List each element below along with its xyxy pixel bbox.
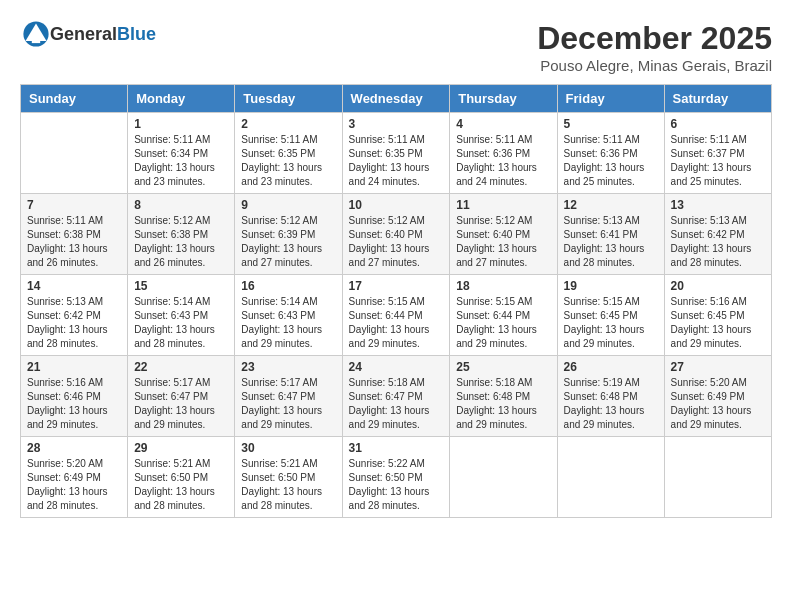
calendar-cell: 3Sunrise: 5:11 AM Sunset: 6:35 PM Daylig…: [342, 113, 450, 194]
month-title: December 2025: [537, 20, 772, 57]
day-info: Sunrise: 5:13 AM Sunset: 6:41 PM Dayligh…: [564, 214, 658, 270]
day-info: Sunrise: 5:16 AM Sunset: 6:46 PM Dayligh…: [27, 376, 121, 432]
day-info: Sunrise: 5:18 AM Sunset: 6:47 PM Dayligh…: [349, 376, 444, 432]
calendar-cell: 28Sunrise: 5:20 AM Sunset: 6:49 PM Dayli…: [21, 437, 128, 518]
day-info: Sunrise: 5:16 AM Sunset: 6:45 PM Dayligh…: [671, 295, 765, 351]
calendar-cell: 7Sunrise: 5:11 AM Sunset: 6:38 PM Daylig…: [21, 194, 128, 275]
day-number: 8: [134, 198, 228, 212]
weekday-header-wednesday: Wednesday: [342, 85, 450, 113]
day-number: 4: [456, 117, 550, 131]
calendar-cell: 9Sunrise: 5:12 AM Sunset: 6:39 PM Daylig…: [235, 194, 342, 275]
weekday-header-saturday: Saturday: [664, 85, 771, 113]
calendar-cell: 11Sunrise: 5:12 AM Sunset: 6:40 PM Dayli…: [450, 194, 557, 275]
svg-rect-2: [32, 40, 40, 44]
weekday-header-thursday: Thursday: [450, 85, 557, 113]
title-block: December 2025 Pouso Alegre, Minas Gerais…: [537, 20, 772, 74]
day-number: 21: [27, 360, 121, 374]
calendar-cell: 14Sunrise: 5:13 AM Sunset: 6:42 PM Dayli…: [21, 275, 128, 356]
day-number: 3: [349, 117, 444, 131]
day-info: Sunrise: 5:11 AM Sunset: 6:37 PM Dayligh…: [671, 133, 765, 189]
day-number: 12: [564, 198, 658, 212]
day-info: Sunrise: 5:20 AM Sunset: 6:49 PM Dayligh…: [671, 376, 765, 432]
calendar-cell: 19Sunrise: 5:15 AM Sunset: 6:45 PM Dayli…: [557, 275, 664, 356]
day-number: 13: [671, 198, 765, 212]
day-number: 11: [456, 198, 550, 212]
day-number: 31: [349, 441, 444, 455]
page-header: GeneralBlue December 2025 Pouso Alegre, …: [20, 20, 772, 74]
calendar-cell: 12Sunrise: 5:13 AM Sunset: 6:41 PM Dayli…: [557, 194, 664, 275]
calendar-cell: 1Sunrise: 5:11 AM Sunset: 6:34 PM Daylig…: [128, 113, 235, 194]
logo-blue: Blue: [117, 24, 156, 44]
weekday-header-tuesday: Tuesday: [235, 85, 342, 113]
day-info: Sunrise: 5:13 AM Sunset: 6:42 PM Dayligh…: [27, 295, 121, 351]
logo-icon: [22, 20, 50, 48]
day-info: Sunrise: 5:11 AM Sunset: 6:36 PM Dayligh…: [564, 133, 658, 189]
calendar-cell: 25Sunrise: 5:18 AM Sunset: 6:48 PM Dayli…: [450, 356, 557, 437]
day-info: Sunrise: 5:15 AM Sunset: 6:45 PM Dayligh…: [564, 295, 658, 351]
calendar-cell: 27Sunrise: 5:20 AM Sunset: 6:49 PM Dayli…: [664, 356, 771, 437]
day-info: Sunrise: 5:17 AM Sunset: 6:47 PM Dayligh…: [134, 376, 228, 432]
calendar-cell: 24Sunrise: 5:18 AM Sunset: 6:47 PM Dayli…: [342, 356, 450, 437]
calendar-cell: 23Sunrise: 5:17 AM Sunset: 6:47 PM Dayli…: [235, 356, 342, 437]
day-info: Sunrise: 5:11 AM Sunset: 6:35 PM Dayligh…: [349, 133, 444, 189]
day-info: Sunrise: 5:21 AM Sunset: 6:50 PM Dayligh…: [134, 457, 228, 513]
day-number: 17: [349, 279, 444, 293]
day-info: Sunrise: 5:14 AM Sunset: 6:43 PM Dayligh…: [134, 295, 228, 351]
day-info: Sunrise: 5:11 AM Sunset: 6:38 PM Dayligh…: [27, 214, 121, 270]
day-number: 5: [564, 117, 658, 131]
day-number: 9: [241, 198, 335, 212]
day-number: 7: [27, 198, 121, 212]
day-number: 15: [134, 279, 228, 293]
day-number: 18: [456, 279, 550, 293]
calendar-cell: [664, 437, 771, 518]
calendar-cell: 5Sunrise: 5:11 AM Sunset: 6:36 PM Daylig…: [557, 113, 664, 194]
calendar-cell: 10Sunrise: 5:12 AM Sunset: 6:40 PM Dayli…: [342, 194, 450, 275]
calendar-cell: 21Sunrise: 5:16 AM Sunset: 6:46 PM Dayli…: [21, 356, 128, 437]
day-number: 22: [134, 360, 228, 374]
calendar-week-3: 14Sunrise: 5:13 AM Sunset: 6:42 PM Dayli…: [21, 275, 772, 356]
calendar-cell: 16Sunrise: 5:14 AM Sunset: 6:43 PM Dayli…: [235, 275, 342, 356]
logo-general: General: [50, 24, 117, 44]
day-number: 24: [349, 360, 444, 374]
calendar-body: 1Sunrise: 5:11 AM Sunset: 6:34 PM Daylig…: [21, 113, 772, 518]
calendar-cell: 2Sunrise: 5:11 AM Sunset: 6:35 PM Daylig…: [235, 113, 342, 194]
calendar-week-1: 1Sunrise: 5:11 AM Sunset: 6:34 PM Daylig…: [21, 113, 772, 194]
calendar-week-2: 7Sunrise: 5:11 AM Sunset: 6:38 PM Daylig…: [21, 194, 772, 275]
calendar-table: SundayMondayTuesdayWednesdayThursdayFrid…: [20, 84, 772, 518]
calendar-cell: 13Sunrise: 5:13 AM Sunset: 6:42 PM Dayli…: [664, 194, 771, 275]
day-info: Sunrise: 5:12 AM Sunset: 6:39 PM Dayligh…: [241, 214, 335, 270]
logo: GeneralBlue: [20, 20, 156, 48]
calendar-cell: 4Sunrise: 5:11 AM Sunset: 6:36 PM Daylig…: [450, 113, 557, 194]
calendar-week-5: 28Sunrise: 5:20 AM Sunset: 6:49 PM Dayli…: [21, 437, 772, 518]
calendar-cell: 26Sunrise: 5:19 AM Sunset: 6:48 PM Dayli…: [557, 356, 664, 437]
day-info: Sunrise: 5:22 AM Sunset: 6:50 PM Dayligh…: [349, 457, 444, 513]
day-info: Sunrise: 5:13 AM Sunset: 6:42 PM Dayligh…: [671, 214, 765, 270]
day-number: 25: [456, 360, 550, 374]
day-number: 29: [134, 441, 228, 455]
calendar-cell: 20Sunrise: 5:16 AM Sunset: 6:45 PM Dayli…: [664, 275, 771, 356]
day-number: 27: [671, 360, 765, 374]
day-number: 16: [241, 279, 335, 293]
calendar-cell: [450, 437, 557, 518]
day-number: 10: [349, 198, 444, 212]
day-info: Sunrise: 5:12 AM Sunset: 6:40 PM Dayligh…: [349, 214, 444, 270]
day-number: 30: [241, 441, 335, 455]
day-info: Sunrise: 5:15 AM Sunset: 6:44 PM Dayligh…: [456, 295, 550, 351]
day-number: 26: [564, 360, 658, 374]
calendar-cell: 31Sunrise: 5:22 AM Sunset: 6:50 PM Dayli…: [342, 437, 450, 518]
day-info: Sunrise: 5:19 AM Sunset: 6:48 PM Dayligh…: [564, 376, 658, 432]
day-number: 20: [671, 279, 765, 293]
day-info: Sunrise: 5:21 AM Sunset: 6:50 PM Dayligh…: [241, 457, 335, 513]
day-info: Sunrise: 5:12 AM Sunset: 6:38 PM Dayligh…: [134, 214, 228, 270]
day-number: 2: [241, 117, 335, 131]
day-info: Sunrise: 5:15 AM Sunset: 6:44 PM Dayligh…: [349, 295, 444, 351]
day-info: Sunrise: 5:11 AM Sunset: 6:36 PM Dayligh…: [456, 133, 550, 189]
day-info: Sunrise: 5:14 AM Sunset: 6:43 PM Dayligh…: [241, 295, 335, 351]
day-number: 23: [241, 360, 335, 374]
day-info: Sunrise: 5:17 AM Sunset: 6:47 PM Dayligh…: [241, 376, 335, 432]
day-number: 6: [671, 117, 765, 131]
day-number: 14: [27, 279, 121, 293]
day-number: 28: [27, 441, 121, 455]
calendar-cell: 29Sunrise: 5:21 AM Sunset: 6:50 PM Dayli…: [128, 437, 235, 518]
weekday-header-sunday: Sunday: [21, 85, 128, 113]
